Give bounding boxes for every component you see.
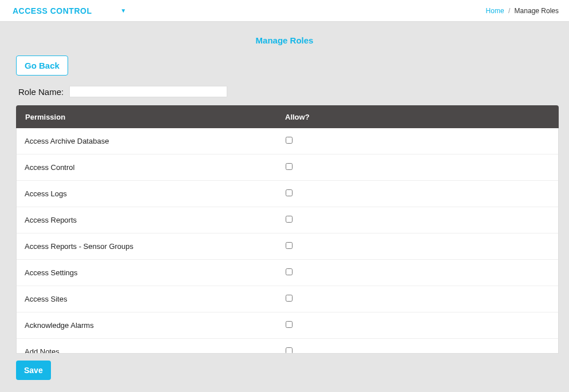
allow-checkbox[interactable] bbox=[286, 295, 293, 302]
go-back-button[interactable]: Go Back bbox=[16, 56, 68, 76]
breadcrumb: Home / Manage Roles bbox=[486, 7, 559, 15]
table-row: Access Archive Database bbox=[17, 128, 558, 155]
save-button[interactable]: Save bbox=[16, 361, 51, 380]
header-permission: Permission bbox=[16, 113, 285, 121]
allow-checkbox[interactable] bbox=[286, 347, 293, 354]
table-header: Permission Allow? bbox=[16, 105, 559, 128]
breadcrumb-separator: / bbox=[508, 7, 510, 15]
permission-cell: Access Archive Database bbox=[17, 137, 286, 145]
save-wrap: Save bbox=[0, 354, 569, 380]
permission-cell: Acknowledge Alarms bbox=[17, 321, 286, 330]
allow-checkbox[interactable] bbox=[286, 216, 293, 223]
allow-cell bbox=[286, 216, 558, 224]
permission-cell: Access Logs bbox=[17, 189, 286, 198]
table-row: Access Logs bbox=[17, 181, 558, 207]
permission-cell: Access Reports bbox=[17, 216, 286, 224]
role-name-input[interactable] bbox=[69, 86, 227, 97]
allow-cell bbox=[286, 163, 558, 172]
table-row: Acknowledge Alarms bbox=[17, 312, 558, 339]
topbar-title: ACCESS CONTROL bbox=[13, 6, 92, 15]
allow-checkbox[interactable] bbox=[286, 137, 293, 144]
dropdown-icon[interactable]: ▼ bbox=[120, 7, 126, 14]
permissions-table: Permission Allow? Access Archive Databas… bbox=[16, 105, 559, 354]
allow-checkbox[interactable] bbox=[286, 163, 293, 170]
breadcrumb-current: Manage Roles bbox=[515, 7, 559, 15]
permission-cell: Access Sites bbox=[17, 295, 286, 303]
table-row: Access Sites bbox=[17, 286, 558, 312]
allow-checkbox[interactable] bbox=[286, 321, 293, 328]
allow-checkbox[interactable] bbox=[286, 268, 293, 275]
allow-cell bbox=[286, 189, 558, 198]
go-back-wrap: Go Back bbox=[0, 56, 569, 86]
allow-cell bbox=[286, 137, 558, 145]
page-title: Manage Roles bbox=[0, 29, 569, 56]
allow-cell bbox=[286, 268, 558, 277]
allow-checkbox[interactable] bbox=[286, 189, 293, 196]
header-allow: Allow? bbox=[285, 113, 559, 121]
role-name-label: Role Name: bbox=[18, 87, 64, 97]
table-row: Access Reports bbox=[17, 207, 558, 233]
table-body[interactable]: Access Archive DatabaseAccess ControlAcc… bbox=[16, 128, 559, 354]
table-row: Access Settings bbox=[17, 260, 558, 286]
role-name-row: Role Name: bbox=[0, 86, 569, 103]
permission-cell: Access Reports - Sensor Groups bbox=[17, 242, 286, 251]
breadcrumb-home-link[interactable]: Home bbox=[486, 7, 504, 15]
permission-cell: Add Notes bbox=[17, 347, 286, 354]
allow-cell bbox=[286, 242, 558, 251]
topbar-left: ACCESS CONTROL ▼ bbox=[13, 6, 126, 15]
topbar: ACCESS CONTROL ▼ Home / Manage Roles bbox=[0, 0, 569, 22]
allow-cell bbox=[286, 295, 558, 303]
allow-checkbox[interactable] bbox=[286, 242, 293, 249]
table-row: Access Control bbox=[17, 155, 558, 181]
permission-cell: Access Settings bbox=[17, 268, 286, 277]
permission-cell: Access Control bbox=[17, 163, 286, 172]
table-row: Add Notes bbox=[17, 339, 558, 354]
allow-cell bbox=[286, 321, 558, 330]
table-row: Access Reports - Sensor Groups bbox=[17, 233, 558, 260]
page-content: Manage Roles Go Back Role Name: Permissi… bbox=[0, 22, 569, 380]
allow-cell bbox=[286, 347, 558, 354]
